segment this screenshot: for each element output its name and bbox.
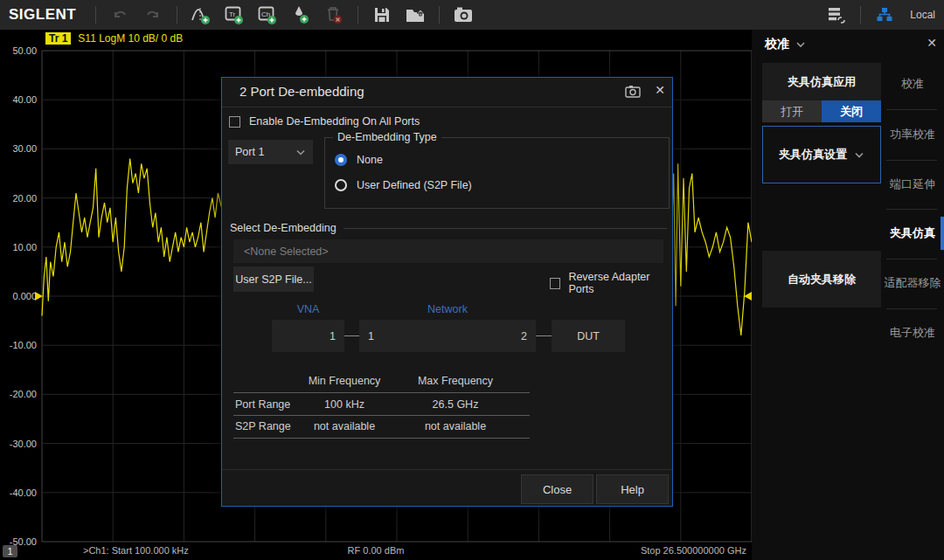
add-channel-icon[interactable]: Ch <box>253 3 282 27</box>
dialog-screenshot-icon[interactable] <box>625 85 641 99</box>
reverse-adapter-ports-label: Reverse Adapter Ports <box>568 271 672 295</box>
close-button[interactable]: Close <box>521 474 593 504</box>
help-button[interactable]: Help <box>596 474 669 504</box>
network-port-left: 1 <box>368 330 374 342</box>
sidebar-tab-column: 校准功率校准端口延伸夹具仿真适配器移除电子校准 <box>881 30 944 560</box>
calibration-sidebar: 校准 ✕ 夹具仿真应用 打开 关闭 夹具仿真设置 自动夹具移除 校准功率校准端口… <box>752 30 944 560</box>
local-mode-label[interactable]: Local <box>910 9 935 21</box>
reference-level-marker-left <box>35 292 43 301</box>
port-select-value: Port 1 <box>235 146 264 158</box>
screenshot-icon[interactable] <box>448 3 478 27</box>
tab-separator <box>886 308 937 309</box>
fixture-sim-toggle: 打开 关闭 <box>762 100 881 122</box>
chevron-down-icon <box>795 40 807 49</box>
y-axis-tick-label: -20.00 <box>2 389 37 399</box>
y-axis-tick-label: 10.00 <box>2 242 37 252</box>
group-divider-line <box>344 228 667 229</box>
tab-separator <box>886 209 937 210</box>
toolbar-divider <box>439 6 440 24</box>
toggle-on-button[interactable]: 打开 <box>762 100 822 122</box>
y-axis-tick-label: 30.00 <box>2 143 37 154</box>
rf-power-label: RF 0.00 dBm <box>0 545 752 556</box>
y-axis-tick-label: 50.00 <box>2 45 37 56</box>
stop-frequency-label: Stop 26.500000000 GHz <box>641 545 746 556</box>
toggle-off-button[interactable]: 关闭 <box>822 100 881 122</box>
fixture-sim-app-panel: 夹具仿真应用 <box>762 63 881 100</box>
sidebar-tab-5[interactable]: 适配器移除 <box>881 266 944 301</box>
enable-all-ports-row[interactable]: Enable De-Embedding On All Ports <box>229 115 420 128</box>
de-embedding-type-group: De-Embedding Type None User Defined (S2P… <box>324 131 670 209</box>
port-select-dropdown[interactable]: Port 1 <box>228 140 313 164</box>
sidebar-tab-2[interactable]: 功率校准 <box>881 117 944 152</box>
de-embedding-type-legend: De-Embedding Type <box>333 131 441 143</box>
connector-line <box>536 335 552 336</box>
reverse-adapter-ports-checkbox[interactable] <box>550 278 560 289</box>
chevron-down-icon <box>854 151 864 159</box>
toolbar-divider <box>860 6 861 24</box>
delete-icon[interactable] <box>319 3 349 27</box>
channel-status-bar: 1 >Ch1: Start 100.000 kHz RF 0.00 dBm St… <box>0 543 752 560</box>
sidebar-tab-1[interactable]: 校准 <box>881 66 944 101</box>
y-axis-tick-label: -10.00 <box>2 340 37 350</box>
select-de-embedding-group: Select De-Embedding <box>230 222 667 234</box>
add-marker-icon[interactable] <box>286 3 316 27</box>
y-axis-tick-label: -30.00 <box>2 439 37 449</box>
radio-selected-icon[interactable] <box>335 154 347 166</box>
network-box: 1 2 <box>359 320 536 352</box>
y-axis-tick-label: 20.00 <box>2 193 37 204</box>
fixture-sim-settings-button[interactable]: 夹具仿真设置 <box>762 126 881 183</box>
fixture-sim-settings-label: 夹具仿真设置 <box>779 147 847 162</box>
connector-line <box>344 335 359 336</box>
redo-icon[interactable] <box>138 3 168 27</box>
dialog-close-icon[interactable]: ✕ <box>652 83 668 97</box>
sidebar-tab-6[interactable]: 电子校准 <box>881 315 944 350</box>
s2p-range-row-label: S2P Range <box>235 420 291 432</box>
svg-text:Ch: Ch <box>261 10 270 18</box>
s2p-range-max: not available <box>399 420 512 432</box>
sidebar-title[interactable]: 校准 <box>765 37 807 52</box>
open-icon[interactable] <box>400 3 430 27</box>
radio-unselected-icon[interactable] <box>335 179 347 191</box>
save-icon[interactable] <box>367 3 397 27</box>
dialog-footer-divider <box>222 469 672 470</box>
siglent-logo: SIGLENT <box>0 6 88 24</box>
trace-header: Tr 1 S11 LogM 10 dB/ 0 dB <box>45 32 183 45</box>
port-range-max: 26.5 GHz <box>399 398 512 411</box>
chevron-down-icon <box>295 149 306 156</box>
undo-icon[interactable] <box>105 3 135 27</box>
de-embedding-dialog: 2 Port De-embedding ✕ Enable De-Embeddin… <box>221 77 673 507</box>
trace-badge[interactable]: Tr 1 <box>45 32 71 45</box>
tab-separator <box>886 160 937 161</box>
network-port-right: 2 <box>521 330 527 342</box>
port-range-row-label: Port Range <box>235 398 290 411</box>
auto-fixture-removal-button[interactable]: 自动夹具移除 <box>762 251 881 308</box>
type-option-none[interactable]: None <box>335 151 669 169</box>
toolbar-divider <box>95 6 96 24</box>
table-divider <box>233 438 530 439</box>
system-menu-icon[interactable] <box>822 3 851 27</box>
sidebar-title-text: 校准 <box>765 37 789 52</box>
sidebar-tab-3[interactable]: 端口延伸 <box>881 167 944 202</box>
max-frequency-header: Max Frequency <box>399 375 512 387</box>
vna-label: VNA <box>272 303 344 315</box>
type-option-user-defined[interactable]: User Defined (S2P File) <box>335 176 669 194</box>
min-frequency-header: Min Frequency <box>288 375 401 387</box>
port-range-min: 100 kHz <box>288 398 401 411</box>
svg-text:Tr: Tr <box>229 10 236 18</box>
dialog-title: 2 Port De-embedding <box>239 84 364 99</box>
toolbar-divider <box>177 6 177 24</box>
reverse-adapter-ports-row[interactable]: Reverse Adapter Ports <box>550 271 672 295</box>
s2p-file-field[interactable]: <None Selected> <box>233 239 663 263</box>
reference-level-marker-right <box>744 292 752 301</box>
sidebar-tab-4[interactable]: 夹具仿真 <box>881 216 944 251</box>
add-trace-icon[interactable]: Tr <box>219 3 249 27</box>
y-axis-tick-label: -40.00 <box>2 487 37 498</box>
user-s2p-file-button[interactable]: User S2P File... <box>233 266 314 292</box>
lan-status-icon[interactable] <box>870 3 899 27</box>
add-diagram-icon[interactable] <box>186 3 216 27</box>
y-axis-tick-label: 0.000 <box>2 291 37 301</box>
enable-all-ports-label: Enable De-Embedding On All Ports <box>249 115 420 128</box>
trace-format-label[interactable]: S11 LogM 10 dB/ 0 dB <box>78 32 183 45</box>
enable-all-ports-checkbox[interactable] <box>229 116 240 128</box>
dialog-title-divider <box>222 107 672 107</box>
